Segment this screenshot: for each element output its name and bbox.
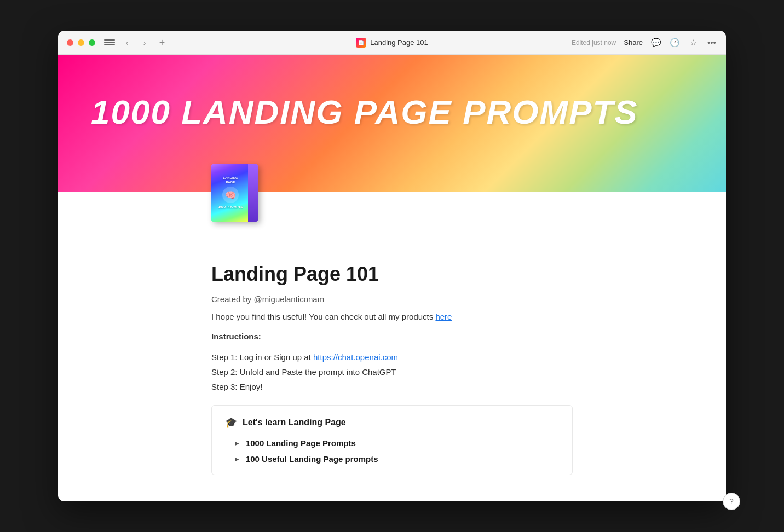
title-bar-title: Landing Page 101 — [370, 38, 428, 47]
product-box: LANDINGPAGE 🧠 1000 PROMPTS — [211, 164, 258, 224]
doc-title: Landing Page 101 — [211, 263, 573, 286]
content-area: 1000 Landing Page Prompts LANDINGPAGE 🧠 … — [58, 55, 726, 501]
hamburger-icon[interactable] — [104, 37, 115, 48]
intro-paragraph: I hope you find this useful! You can che… — [211, 310, 573, 323]
edited-status: Edited just now — [572, 39, 616, 47]
step1-text: Step 1: Log in or Sign up at — [211, 352, 311, 362]
toggle-arrow-icon-1: ► — [234, 440, 240, 447]
title-bar-right: Edited just now Share 💬 🕐 ☆ ••• — [572, 37, 717, 48]
step2-line: Step 2: Unfold and Paste the prompt into… — [211, 365, 573, 379]
openai-link[interactable]: https://chat.openai.com — [313, 352, 398, 362]
product-box-top-text: LANDINGPAGE — [223, 176, 238, 185]
minimize-button[interactable] — [78, 39, 84, 46]
help-button[interactable]: ? — [723, 493, 740, 510]
instructions-header-text: Instructions: — [211, 332, 261, 341]
toggle-item-1[interactable]: ► 1000 Landing Page Prompts — [234, 438, 559, 448]
comment-icon[interactable]: 💬 — [650, 37, 661, 48]
instructions-header: Instructions: — [211, 330, 573, 343]
page-icon: 📄 — [356, 38, 366, 48]
add-icon[interactable]: + — [157, 37, 168, 48]
title-bar-center: 📄 Landing Page 101 — [356, 38, 428, 48]
favorite-icon[interactable]: ☆ — [688, 37, 699, 48]
intro-text: I hope you find this useful! You can che… — [211, 312, 433, 321]
maximize-button[interactable] — [89, 39, 95, 46]
toggle-header-text: Let's learn Landing Page — [243, 418, 346, 427]
product-box-brain-icon: 🧠 — [222, 187, 239, 203]
close-button[interactable] — [67, 39, 73, 46]
toggle-items: ► 1000 Landing Page Prompts ► 100 Useful… — [225, 438, 559, 464]
toggle-item-2[interactable]: ► 100 Useful Landing Page prompts — [234, 454, 559, 464]
toggle-container: 🎓 Let's learn Landing Page ► 1000 Landin… — [211, 405, 573, 475]
traffic-lights — [67, 39, 95, 46]
hero-title: 1000 Landing Page Prompts — [91, 94, 638, 153]
created-by: Created by @miguelanticonam — [211, 294, 573, 304]
back-icon[interactable]: ‹ — [122, 37, 132, 48]
product-box-side — [248, 164, 258, 222]
app-window: ‹ › + 📄 Landing Page 101 Edited just now… — [58, 31, 726, 501]
product-box-front: LANDINGPAGE 🧠 1000 PROMPTS — [211, 164, 250, 222]
nav-controls: ‹ › + — [104, 37, 168, 48]
step3-line: Step 3: Enjoy! — [211, 379, 573, 394]
title-bar: ‹ › + 📄 Landing Page 101 Edited just now… — [58, 31, 726, 55]
step1-line: Step 1: Log in or Sign up at https://cha… — [211, 350, 573, 365]
hero-banner: 1000 Landing Page Prompts LANDINGPAGE 🧠 … — [58, 55, 726, 192]
toggle-header: 🎓 Let's learn Landing Page — [225, 417, 559, 429]
doc-content: Landing Page 101 Created by @miguelantic… — [146, 192, 638, 501]
more-icon[interactable]: ••• — [706, 37, 717, 48]
history-icon[interactable]: 🕐 — [669, 37, 680, 48]
toggle-item-text-1: 1000 Landing Page Prompts — [246, 438, 356, 448]
forward-icon[interactable]: › — [139, 37, 150, 48]
toggle-mortarboard-icon: 🎓 — [225, 417, 237, 429]
here-link[interactable]: here — [435, 312, 452, 321]
product-box-visual: LANDINGPAGE 🧠 1000 PROMPTS — [211, 164, 258, 222]
toggle-arrow-icon-2: ► — [234, 455, 240, 463]
share-button[interactable]: Share — [624, 38, 643, 47]
toggle-item-text-2: 100 Useful Landing Page prompts — [246, 454, 378, 464]
instructions-block: Instructions: Step 1: Log in or Sign up … — [211, 330, 573, 394]
product-box-bottom-text: 1000 PROMPTS — [218, 205, 243, 210]
